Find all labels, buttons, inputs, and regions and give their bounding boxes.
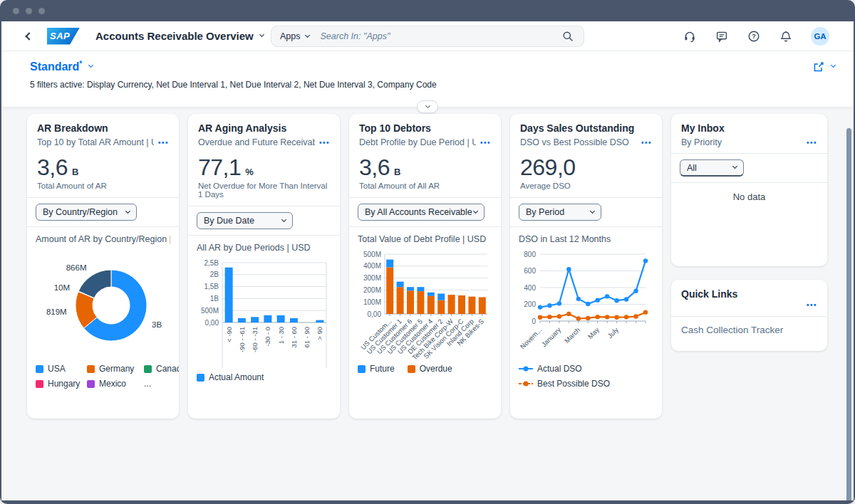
kpi-caption: Total Amount of AR xyxy=(37,182,169,190)
svg-text:61 - 90: 61 - 90 xyxy=(303,327,311,348)
back-chevron-icon xyxy=(25,32,33,40)
legend-item: Mexico xyxy=(87,379,144,389)
stacked-bar-chart[interactable]: 500M400M300M200M100M0,00US Custom...US C… xyxy=(358,248,492,362)
legend-label: Overdue xyxy=(420,364,452,374)
legend-swatch xyxy=(197,374,204,382)
select-value: By Period xyxy=(526,207,564,217)
chart-title: DSO in Last 12 Months xyxy=(519,234,653,244)
kpi-unit: % xyxy=(245,167,254,177)
kpi-value: 269,0 xyxy=(520,154,576,180)
card-more-menu[interactable]: ••• xyxy=(480,139,491,147)
expand-filter-bar-button[interactable] xyxy=(417,100,438,113)
legend-label: Future xyxy=(370,364,395,374)
card-ar-aging-analysis[interactable]: AR Aging Analysis Overdue and Future Rec… xyxy=(188,114,340,419)
svg-text:-30 - 0: -30 - 0 xyxy=(264,327,271,346)
vertical-scrollbar[interactable] xyxy=(846,128,851,500)
legend-label: Germany xyxy=(99,364,134,374)
app-viewport: SAP Accounts Receivable Overview Apps Se… xyxy=(1,21,854,500)
variant-selector[interactable]: Standard* xyxy=(30,60,93,73)
legend-item: ... xyxy=(144,379,179,389)
bar-chart[interactable]: 2,5B2B1,5B1B500M0,00< -90-90 - -61-60 - … xyxy=(197,257,331,371)
svg-text:-90 - -61: -90 - -61 xyxy=(238,327,246,352)
legend-item: Germany xyxy=(87,364,144,374)
chart-title: All AR by Due Periods | USD xyxy=(197,243,331,253)
legend-item: Actual Amount xyxy=(197,372,264,382)
active-filters-summary: 5 filters active: Display Currency, Net … xyxy=(1,73,854,90)
card-title: My Inbox xyxy=(681,122,817,134)
kpi-value: 3,6 xyxy=(37,154,68,180)
variant-name: Standard* xyxy=(30,60,82,73)
share-menu[interactable] xyxy=(813,61,835,73)
card-subtitle: DSO vs Best Possible DSO xyxy=(520,137,629,147)
donut-chart[interactable]: 3B819M10M866M xyxy=(36,248,170,362)
card-title: AR Breakdown xyxy=(37,122,169,134)
chevron-down-icon xyxy=(281,216,286,221)
legend-item: USA xyxy=(36,364,87,374)
chart-title: Total Value of Debt Profile | USD xyxy=(358,234,492,244)
card-dimension-select[interactable]: By Due Date xyxy=(197,212,293,229)
svg-text:31 - 60: 31 - 60 xyxy=(290,327,298,348)
chart-legend: Actual Amount xyxy=(197,372,331,382)
app-window: SAP Accounts Receivable Overview Apps Se… xyxy=(0,0,855,504)
card-title: Top 10 Debtors xyxy=(359,122,491,134)
card-more-menu[interactable]: ••• xyxy=(319,139,330,147)
card-more-menu[interactable]: ••• xyxy=(641,139,652,147)
search-scope-select[interactable]: Apps xyxy=(280,31,309,41)
kpi-caption: Total Amount of All AR xyxy=(359,182,491,190)
help-icon[interactable]: ? xyxy=(747,29,761,43)
legend-label: Mexico xyxy=(99,379,126,389)
kpi-unit: B xyxy=(394,167,400,177)
legend-swatch xyxy=(87,380,95,388)
select-value: By Due Date xyxy=(204,216,254,226)
svg-text:0: 0 xyxy=(532,317,536,325)
feedback-icon[interactable] xyxy=(715,29,729,43)
window-button-minimize[interactable] xyxy=(26,8,32,14)
shell-actions: ? GA xyxy=(683,21,829,51)
app-title-menu[interactable]: Accounts Receivable Overview xyxy=(95,30,264,42)
search-icon[interactable] xyxy=(561,29,575,43)
window-button-maximize[interactable] xyxy=(38,8,45,14)
legend-line-marker xyxy=(519,383,533,384)
share-icon xyxy=(813,61,824,73)
legend-label: Actual Amount xyxy=(209,372,264,382)
chevron-down-icon xyxy=(732,164,737,169)
card-ar-breakdown[interactable]: AR Breakdown Top 10 by Total AR Amount |… xyxy=(27,114,179,419)
sap-logo[interactable]: SAP xyxy=(47,28,80,45)
line-chart[interactable]: 8006004002000Novem...JanuaryMarchMayJuly xyxy=(519,248,653,362)
shell-search[interactable]: Apps Search In: "Apps" xyxy=(271,26,584,47)
card-title: Quick Links xyxy=(681,288,817,300)
svg-text:10M: 10M xyxy=(54,283,70,292)
support-headset-icon[interactable] xyxy=(683,29,697,43)
kpi-caption: Net Overdue for More Than Interval 1 Day… xyxy=(198,182,330,199)
right-column: My Inbox By Priority ••• All xyxy=(671,114,827,351)
card-more-menu[interactable]: ••• xyxy=(807,301,817,309)
window-button-close[interactable] xyxy=(13,8,19,14)
svg-text:0,00: 0,00 xyxy=(368,310,382,318)
back-button[interactable] xyxy=(21,28,37,44)
legend-swatch xyxy=(87,365,95,373)
card-top-10-debtors[interactable]: Top 10 Debtors Debt Profile by Due Perio… xyxy=(349,114,501,419)
legend-item: Best Possible DSO xyxy=(519,379,653,389)
svg-text:1B: 1B xyxy=(210,295,219,303)
svg-text:1,5B: 1,5B xyxy=(204,283,219,290)
card-subtitle: Overdue and Future Receivables xyxy=(198,137,315,147)
card-my-inbox[interactable]: My Inbox By Priority ••• All xyxy=(671,114,827,266)
user-avatar[interactable]: GA xyxy=(811,27,829,46)
card-days-sales-outstanding[interactable]: Days Sales Outstanding DSO vs Best Possi… xyxy=(510,114,662,419)
card-subtitle: By Priority xyxy=(681,137,722,147)
chevron-down-icon xyxy=(831,63,836,68)
card-dimension-select[interactable]: By Country/Region xyxy=(36,204,137,221)
notifications-bell-icon[interactable] xyxy=(779,29,793,43)
card-more-menu[interactable]: ••• xyxy=(807,139,817,147)
card-more-menu[interactable]: ••• xyxy=(158,139,169,147)
svg-text:1 - 30: 1 - 30 xyxy=(277,327,285,344)
quick-link-cash-collection-tracker[interactable]: Cash Collection Tracker xyxy=(671,317,827,343)
svg-text:600: 600 xyxy=(524,267,536,275)
card-dimension-select[interactable]: By All Accounts Receivable xyxy=(358,204,484,221)
svg-text:3B: 3B xyxy=(152,320,162,329)
card-dimension-select[interactable]: By Period xyxy=(519,204,601,221)
card-quick-links[interactable]: Quick Links ••• Cash Collection Tracker xyxy=(671,280,827,351)
legend-item: Hungary xyxy=(36,379,87,389)
svg-text:200: 200 xyxy=(524,300,536,308)
inbox-priority-select[interactable]: All xyxy=(680,159,744,177)
